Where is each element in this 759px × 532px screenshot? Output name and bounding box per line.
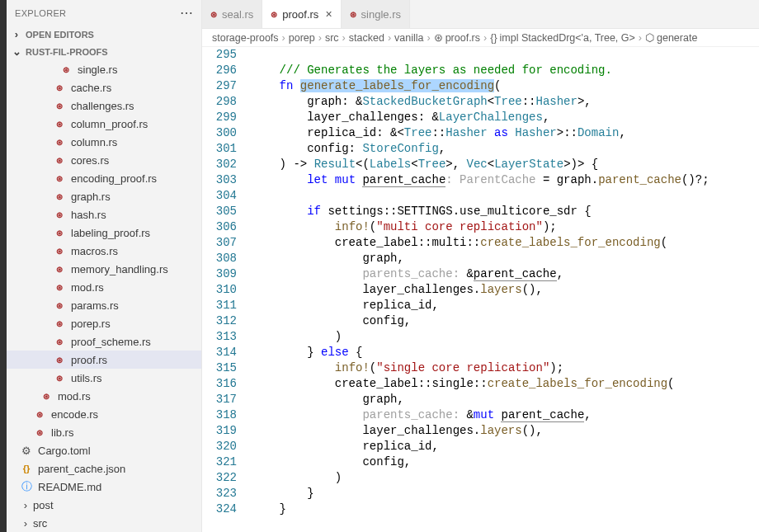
code-line[interactable]: }: [252, 501, 759, 517]
breadcrumb-item[interactable]: vanilla: [394, 32, 423, 44]
code-line[interactable]: create_label::single::create_labels_for_…: [252, 376, 759, 392]
tree-item[interactable]: {}parent_cache.json: [7, 459, 201, 478]
tree-item[interactable]: ⚙Cargo.toml: [7, 441, 201, 459]
section-label: RUST-FIL-PROOFS: [26, 47, 108, 57]
code-line[interactable]: ): [252, 470, 759, 486]
code-line[interactable]: config,: [252, 454, 759, 470]
tree-item[interactable]: ⊛cores.rs: [7, 151, 201, 169]
breadcrumb-item[interactable]: src: [325, 32, 339, 44]
line-number: 308: [202, 251, 237, 266]
line-gutter: 2952962972982993003013023033043053063073…: [202, 47, 252, 532]
section-header[interactable]: ⌄RUST-FIL-PROOFS: [7, 43, 201, 60]
tree-item[interactable]: ⊛encoding_proof.rs: [7, 169, 201, 187]
tree-item[interactable]: ⊛params.rs: [7, 296, 201, 314]
section-header[interactable]: ›OPEN EDITORS: [7, 26, 201, 43]
line-number: 311: [202, 298, 237, 313]
tab-label: seal.rs: [222, 8, 253, 21]
tree-item[interactable]: ⊛macros.rs: [7, 242, 201, 260]
code-line[interactable]: ): [252, 329, 759, 345]
line-number: 309: [202, 266, 237, 282]
breadcrumb-item[interactable]: stacked: [349, 32, 384, 44]
code-line[interactable]: layer_challenges: &LayerChallenges,: [252, 110, 759, 125]
code-line[interactable]: replica_id: &<Tree::Hasher as Hasher>::D…: [252, 125, 759, 141]
line-number: 307: [202, 235, 237, 251]
code-line[interactable]: }: [252, 486, 759, 501]
code-line[interactable]: [252, 47, 759, 63]
breadcrumb-item[interactable]: ⬡generate: [645, 31, 697, 44]
sidebar-sections: ›OPEN EDITORS⌄RUST-FIL-PROOFS: [7, 26, 201, 60]
code-line[interactable]: config,: [252, 313, 759, 329]
tree-item-label: challenges.rs: [71, 100, 134, 112]
line-number: 299: [202, 110, 237, 125]
line-number: 322: [202, 470, 237, 486]
tree-item[interactable]: ⊛labeling_proof.rs: [7, 224, 201, 242]
rust-icon: ⊛: [36, 428, 43, 437]
code-line[interactable]: info!("single core replication");: [252, 360, 759, 376]
tree-item[interactable]: ⊛proof_scheme.rs: [7, 332, 201, 351]
line-number: 323: [202, 486, 237, 501]
breadcrumb-separator: ›: [282, 32, 285, 44]
tree-item[interactable]: ⊛memory_handling.rs: [7, 260, 201, 278]
code-line[interactable]: config: StoreConfig,: [252, 141, 759, 157]
line-number: 297: [202, 78, 237, 94]
tree-item[interactable]: ⊛column.rs: [7, 133, 201, 151]
rust-icon: ⊛: [56, 247, 63, 256]
file-tree[interactable]: ⊛single.rs⊛cache.rs⊛challenges.rs⊛column…: [7, 60, 201, 532]
code-line[interactable]: replica_id,: [252, 439, 759, 454]
code-editor[interactable]: 2952962972982993003013023033043053063073…: [202, 47, 759, 532]
code-line[interactable]: if settings::SETTINGS.use_multicore_sdr …: [252, 204, 759, 219]
tree-item[interactable]: ›src: [7, 514, 201, 532]
breadcrumb-item[interactable]: storage-proofs: [212, 32, 279, 44]
activity-bar[interactable]: [0, 0, 7, 532]
gear-icon: ⚙: [21, 445, 31, 457]
tree-item[interactable]: ⊛hash.rs: [7, 205, 201, 224]
editor-tab[interactable]: ⊛seal.rs: [202, 0, 262, 28]
breadcrumb-item[interactable]: {}impl StackedDrg<'a, Tree, G>: [490, 32, 635, 44]
breadcrumbs[interactable]: storage-proofs›porep›src›stacked›vanilla…: [202, 29, 759, 47]
tree-item-label: column_proof.rs: [71, 118, 148, 130]
code-line[interactable]: graph,: [252, 251, 759, 266]
code-line[interactable]: } else {: [252, 345, 759, 360]
breadcrumb-icon: ⊛: [434, 32, 443, 44]
rust-icon: ⊛: [350, 10, 356, 19]
code-line[interactable]: graph: &StackedBucketGraph<Tree::Hasher>…: [252, 94, 759, 110]
code-line[interactable]: layer_challenges.layers(),: [252, 423, 759, 439]
close-icon[interactable]: ×: [325, 7, 332, 21]
tree-item[interactable]: ⊛encode.rs: [7, 405, 201, 423]
code-line[interactable]: /// Generates the layers as needed for e…: [252, 63, 759, 78]
code-line[interactable]: let mut parent_cache: ParentCache = grap…: [252, 172, 759, 188]
code-line[interactable]: info!("multi core replication");: [252, 219, 759, 235]
code-line[interactable]: layer_challenges.layers(),: [252, 282, 759, 298]
tree-item[interactable]: ⊛single.rs: [7, 60, 201, 78]
line-number: 321: [202, 454, 237, 470]
tree-item[interactable]: ⊛column_proof.rs: [7, 115, 201, 133]
code-line[interactable]: graph,: [252, 392, 759, 407]
editor-tab[interactable]: ⊛proof.rs×: [262, 0, 341, 28]
code-content[interactable]: /// Generates the layers as needed for e…: [252, 47, 759, 532]
breadcrumb-item[interactable]: ⊛proof.rs: [434, 31, 480, 44]
tree-item[interactable]: ⊛lib.rs: [7, 423, 201, 441]
tree-item[interactable]: ⊛proof.rs: [7, 351, 201, 369]
info-icon: ⓘ: [21, 479, 32, 494]
tree-item[interactable]: ⊛utils.rs: [7, 369, 201, 387]
code-line[interactable]: create_label::multi::create_labels_for_e…: [252, 235, 759, 251]
tree-item[interactable]: ⊛graph.rs: [7, 187, 201, 205]
tree-item[interactable]: ⊛cache.rs: [7, 78, 201, 97]
sidebar-more-icon[interactable]: ⋯: [180, 5, 193, 21]
editor-tab[interactable]: ⊛single.rs: [342, 0, 410, 28]
code-line[interactable]: fn generate_labels_for_encoding(: [252, 78, 759, 94]
tree-item[interactable]: ⊛porep.rs: [7, 314, 201, 332]
breadcrumb-item[interactable]: porep: [289, 32, 315, 44]
code-line[interactable]: parents_cache: &mut parent_cache,: [252, 407, 759, 423]
tree-item[interactable]: ⊛challenges.rs: [7, 97, 201, 115]
tree-item[interactable]: ⊛mod.rs: [7, 278, 201, 296]
tree-item[interactable]: ⊛mod.rs: [7, 387, 201, 405]
tree-item[interactable]: ›post: [7, 496, 201, 514]
code-line[interactable]: replica_id,: [252, 298, 759, 313]
code-line[interactable]: ) -> Result<(Labels<Tree>, Vec<LayerStat…: [252, 157, 759, 172]
code-line[interactable]: [252, 188, 759, 204]
code-line[interactable]: parents_cache: &parent_cache,: [252, 266, 759, 282]
rust-icon: ⊛: [56, 101, 63, 111]
tree-item[interactable]: ⓘREADME.md: [7, 478, 201, 496]
tree-item-label: mod.rs: [71, 281, 104, 294]
